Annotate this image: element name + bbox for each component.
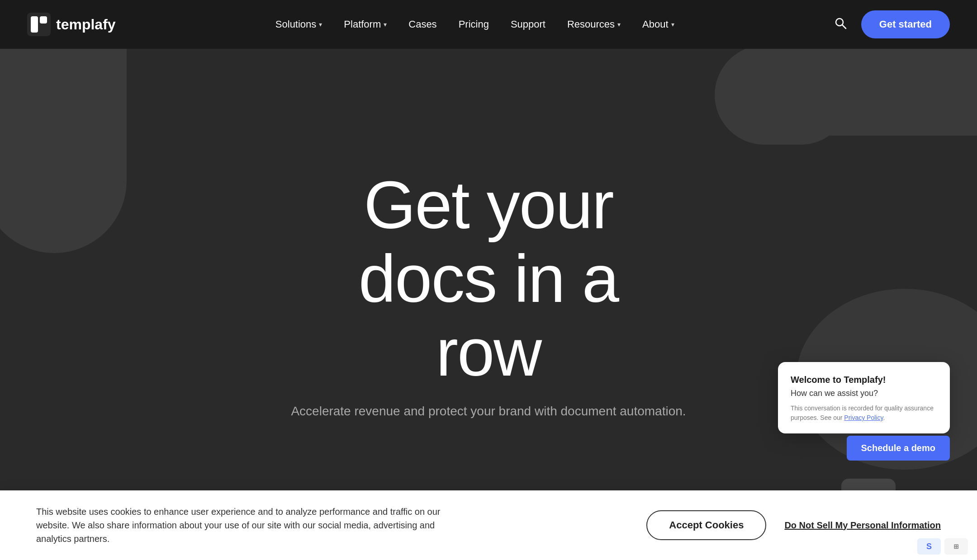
bottom-right-icons: S ⊞ [917, 538, 968, 555]
hero-title: Get your docs in a row [359, 169, 618, 389]
cookie-banner: This website uses cookies to enhance use… [0, 490, 977, 560]
schedule-demo-button[interactable]: Schedule a demo [847, 436, 950, 461]
chevron-down-icon: ▾ [671, 21, 674, 28]
logo[interactable]: templafy [27, 13, 116, 36]
navbar: templafy Solutions ▾ Platform ▾ Cases Pr… [0, 0, 977, 49]
get-started-button[interactable]: Get started [861, 10, 950, 38]
nav-item-cases[interactable]: Cases [408, 19, 436, 30]
nav-item-about[interactable]: About ▾ [642, 19, 674, 30]
chat-subtitle: How can we assist you? [791, 389, 937, 398]
nav-item-support[interactable]: Support [511, 19, 545, 30]
nav-item-pricing[interactable]: Pricing [459, 19, 489, 30]
chevron-down-icon: ▾ [617, 21, 621, 28]
nav-item-platform[interactable]: Platform ▾ [344, 19, 387, 30]
templafy-logo-icon [27, 13, 51, 36]
chat-title: Welcome to Templafy! [791, 375, 937, 385]
nav-item-solutions[interactable]: Solutions ▾ [275, 19, 323, 30]
privacy-policy-link[interactable]: Privacy Policy [844, 414, 883, 421]
svg-line-4 [842, 25, 846, 28]
accept-cookies-button[interactable]: Accept Cookies [646, 510, 766, 540]
hero-subtitle: Accelerate revenue and protect your bran… [291, 404, 686, 419]
svg-rect-1 [31, 16, 38, 33]
cookie-actions: Accept Cookies Do Not Sell My Personal I… [646, 510, 941, 540]
deco-shape-tr-circle [715, 45, 850, 145]
chat-widget: Welcome to Templafy! How can we assist y… [778, 362, 950, 433]
deco-shape-tl [0, 36, 127, 253]
chevron-down-icon: ▾ [319, 21, 322, 28]
grid-icon-badge: ⊞ [944, 538, 968, 555]
chevron-down-icon: ▾ [384, 21, 387, 28]
nav-right: Get started [834, 10, 950, 38]
nav-item-resources[interactable]: Resources ▾ [567, 19, 621, 30]
s-icon-badge: S [917, 538, 941, 555]
svg-rect-2 [40, 16, 47, 24]
do-not-sell-link[interactable]: Do Not Sell My Personal Information [784, 520, 941, 531]
cookie-text: This website uses cookies to enhance use… [36, 505, 443, 546]
chat-legal-text: This conversation is recorded for qualit… [791, 404, 937, 423]
search-icon [834, 17, 847, 29]
hero-section: Get your docs in a row Accelerate revenu… [0, 0, 977, 560]
svg-rect-0 [27, 13, 51, 36]
search-button[interactable] [834, 17, 847, 33]
logo-text: templafy [56, 16, 116, 33]
nav-links: Solutions ▾ Platform ▾ Cases Pricing Sup… [275, 19, 674, 30]
